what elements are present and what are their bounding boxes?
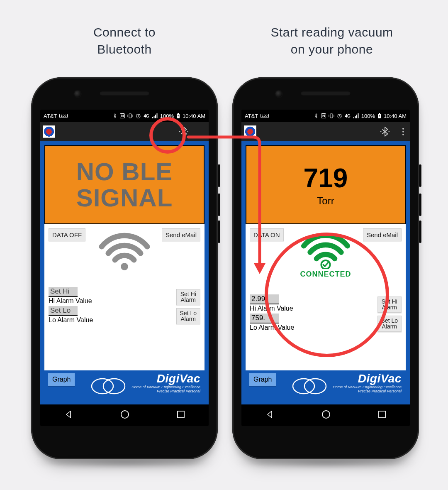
data-toggle-button[interactable]: DATA OFF [49,228,85,241]
clock: 10:40 AM [183,113,205,119]
brand-name: DigiVac [333,372,402,385]
front-camera [275,91,282,97]
svg-point-15 [380,131,382,132]
svg-rect-14 [379,113,380,114]
volume-down-button[interactable] [419,220,421,243]
svg-point-18 [293,379,314,394]
battery-box-icon: 100 [261,114,268,118]
carrier-label: AT&T [245,113,258,119]
app-content: 719 Torr DATA ON Send eMail CONN [241,141,410,404]
brand-tagline-2: Precise Practical Personal [131,390,200,394]
battery-box-icon: 100 [59,114,67,118]
power-button[interactable] [419,164,421,187]
carrier-label: AT&T [44,113,57,119]
phone-right: AT&T 100 N 4G 100% [232,77,419,459]
readout-panel: NO BLE SIGNAL [44,145,205,224]
earpiece [301,91,351,96]
overflow-menu[interactable] [402,128,404,135]
app-bar [241,122,410,141]
bluetooth-connect-button[interactable] [379,126,391,137]
screen: AT&T 100 N 4G 100% [40,110,209,426]
nav-back-button[interactable] [265,409,275,421]
control-panel: DATA ON Send eMail CONNECTED 2.9 [246,224,406,370]
readout-panel: 719 Torr [246,145,406,224]
svg-point-20 [322,411,330,418]
alarm-icon [337,113,342,119]
android-nav-bar [40,404,209,426]
volume-up-button[interactable] [419,194,421,216]
svg-point-16 [388,131,390,132]
hi-alarm-label: Hi Alarm Value [49,297,92,304]
set-lo-alarm-button[interactable]: Set Lo Alarm [176,308,200,324]
bluetooth-status-icon [314,113,319,119]
caption-left: Connect to Bluetooth [50,24,199,58]
connection-indicator [97,229,151,271]
alarm-settings: 2.99 Hi Alarm Value Set Hi Alarm 759. Lo… [250,294,402,332]
lo-alarm-input[interactable]: Set Lo [49,306,78,316]
status-bar: AT&T 100 N 4G 100% [241,110,410,122]
lo-alarm-input[interactable]: 759. [250,314,279,323]
data-toggle-button[interactable]: DATA ON [250,228,284,241]
nav-home-button[interactable] [119,409,130,421]
battery-pct: 100% [160,113,174,119]
graph-button[interactable]: Graph [249,373,276,386]
send-email-button[interactable]: Send eMail [363,228,402,241]
readout-value: 719 [304,163,348,194]
app-icon[interactable] [43,125,55,138]
battery-pct: 100% [361,113,375,119]
alarm-settings: Set Hi Hi Alarm Value Set Hi Alarm Set L… [49,287,200,324]
volume-up-button[interactable] [218,194,220,216]
clock: 10:40 AM [384,113,407,119]
svg-point-19 [304,379,326,394]
svg-point-6 [121,263,128,270]
svg-point-7 [92,379,113,394]
svg-point-5 [187,131,188,132]
nav-recent-button[interactable] [377,410,387,421]
nav-home-button[interactable] [321,409,331,421]
set-hi-alarm-button[interactable]: Set Hi Alarm [377,296,402,313]
app-bar [40,122,209,141]
signal-icon [152,113,158,118]
footer-bar: Graph DigiVac Home of Vacuum Engineering… [44,370,205,400]
screen: AT&T 100 N 4G 100% [241,110,410,426]
svg-rect-3 [178,113,179,114]
readout-unit: Torr [317,195,334,207]
android-nav-bar [241,404,410,426]
power-button[interactable] [218,164,220,187]
brand-glyph-icon [292,377,329,395]
hi-alarm-input[interactable]: Set Hi [49,287,78,297]
no-signal-text: NO BLE SIGNAL [76,159,173,211]
wifi-icon [97,229,151,271]
front-camera [74,91,81,97]
nav-back-button[interactable] [63,409,73,421]
graph-button[interactable]: Graph [48,373,75,386]
caption-right: Start reading vacuum on your phone [245,24,419,58]
set-hi-alarm-button[interactable]: Set Hi Alarm [176,289,200,305]
brand-name: DigiVac [131,372,200,385]
connected-label: CONNECTED [299,270,353,279]
app-content: NO BLE SIGNAL DATA OFF Send eMail [40,141,209,404]
svg-rect-21 [379,411,385,418]
svg-point-9 [121,411,129,418]
lo-alarm-label: Lo Alarm Value [250,324,294,331]
bluetooth-status-icon [112,113,117,119]
svg-rect-10 [178,411,184,418]
volume-down-button[interactable] [218,220,220,243]
footer-bar: Graph DigiVac Home of Vacuum Engineering… [246,370,406,400]
brand-logo: DigiVac Home of Vacuum Engineering Excel… [131,372,200,394]
alarm-icon [136,113,141,119]
nav-recent-button[interactable] [176,410,185,421]
send-email-button[interactable]: Send eMail [162,228,200,241]
bluetooth-connect-button[interactable] [178,126,190,137]
app-icon[interactable] [244,125,256,138]
svg-rect-0 [129,114,131,118]
svg-point-4 [179,131,180,132]
svg-point-8 [103,379,125,394]
earpiece [100,91,149,96]
hi-alarm-input[interactable]: 2.99 [250,294,279,304]
brand-logo: DigiVac Home of Vacuum Engineering Excel… [333,372,402,394]
phone-left: AT&T 100 N 4G 100% [31,77,218,459]
svg-rect-11 [330,114,333,118]
lo-alarm-label: Lo Alarm Value [49,316,93,323]
set-lo-alarm-button[interactable]: Set Lo Alarm [377,316,402,332]
